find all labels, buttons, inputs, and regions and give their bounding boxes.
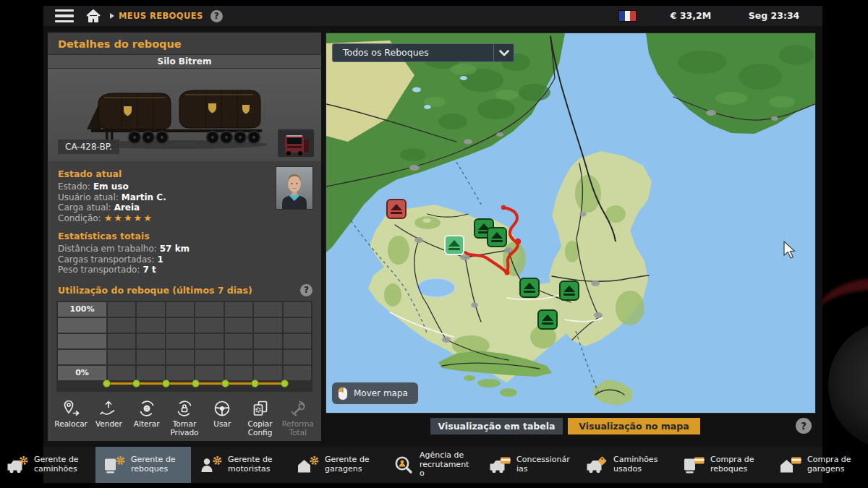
- current-state-title: Estado atual: [58, 168, 311, 179]
- map-canvas: [326, 33, 816, 414]
- tab-used-trucks[interactable]: Caminhões usados: [578, 447, 673, 483]
- tab-truck-manager[interactable]: Gerente de caminhões: [0, 447, 94, 483]
- tab-trailer-manager[interactable]: Gerente de reboques: [95, 447, 191, 483]
- copy-config-button[interactable]: Copiar Config: [241, 397, 278, 437]
- steering-wheel-icon: [212, 398, 232, 419]
- modify-gear-icon: [137, 398, 157, 419]
- overhaul-wrench-icon: [288, 398, 308, 419]
- lock-icon: [174, 398, 195, 419]
- trailer-name: Silo Bitrem: [48, 54, 321, 69]
- loads-label: Cargas transportadas:: [58, 254, 155, 265]
- tab-garage-purchase[interactable]: Compra de garagens: [772, 447, 867, 483]
- sell-button[interactable]: Alterar Vender: [90, 397, 127, 437]
- move-map-label: Mover mapa: [354, 388, 408, 398]
- filter-selected-value: Todos os Reboques: [333, 44, 493, 61]
- world-map[interactable]: Todos os Reboques Mover mapa: [326, 33, 816, 414]
- background-truck-scene: [822, 0, 868, 488]
- utilization-help-icon[interactable]: ?: [300, 284, 312, 296]
- utilization-point: [132, 380, 140, 388]
- utilization-point: [221, 380, 229, 388]
- user-value: Martin C.: [122, 192, 166, 202]
- used-truck-tag-icon: [584, 455, 608, 475]
- help-icon[interactable]: ?: [210, 10, 223, 22]
- utilization-point: [281, 380, 289, 388]
- trailer-purchase-card-icon: [681, 455, 705, 475]
- total-stats-section: Estatísticas totais Distância em trabalh…: [48, 223, 321, 275]
- trailer-image: CA-428-BP.: [48, 69, 321, 161]
- state-label: Estado:: [58, 181, 90, 192]
- home-icon[interactable]: [85, 9, 101, 23]
- tab-dealerships[interactable]: Concessionárias: [481, 447, 576, 483]
- assigned-truck-thumbnail: [278, 129, 314, 157]
- panel-title: Detalhes do reboque: [48, 33, 321, 54]
- condition-stars: ★★★★★: [104, 213, 153, 223]
- trailer-gear-icon: [102, 455, 126, 475]
- breadcrumb: MEUS REBOQUES: [119, 11, 203, 21]
- utilization-point: [251, 380, 259, 388]
- mouse-icon: [338, 387, 348, 401]
- garage-purchase-card-icon: [778, 455, 802, 475]
- management-tab-bar: Gerente de caminhões Gerente de reboques…: [43, 447, 822, 483]
- menu-hamburger-icon[interactable]: [55, 9, 74, 23]
- distance-value: 57 km: [160, 244, 190, 254]
- utilization-point: [192, 380, 200, 388]
- loads-value: 1: [158, 254, 163, 265]
- utilization-header: Utilização do reboque (últimos 7 dias) ?: [48, 275, 321, 301]
- cargo-label: Carga atual:: [58, 202, 111, 213]
- truck-gear-icon: [5, 455, 29, 475]
- utilization-point: [103, 380, 111, 388]
- copy-config-icon: [250, 398, 271, 419]
- trailer-marker-selected[interactable]: [445, 236, 464, 254]
- driver-gear-icon: [199, 455, 223, 475]
- trailer-marker-red[interactable]: [387, 200, 406, 218]
- trailer-marker-green[interactable]: [488, 228, 506, 247]
- trailer-marker-green[interactable]: [560, 281, 579, 300]
- player-money: € 33,2M: [651, 10, 731, 21]
- breadcrumb-arrow-icon: [110, 13, 114, 19]
- state-value: Em uso: [93, 181, 129, 192]
- tab-recruitment-agency[interactable]: Agência de recrutamento: [386, 447, 480, 483]
- recruitment-magnifier-icon: [393, 455, 414, 475]
- user-label: Usuário atual:: [58, 192, 119, 202]
- weight-value: 7 t: [142, 265, 156, 275]
- license-plate: CA-428-BP.: [58, 140, 119, 154]
- y-axis-max-label: 100%: [58, 302, 106, 317]
- game-clock: Seg 23:34: [734, 10, 814, 21]
- trailer-marker-green[interactable]: [538, 310, 557, 329]
- total-overhaul-button[interactable]: Reforma Total: [279, 397, 317, 437]
- trailer-filter-dropdown[interactable]: Todos os Reboques: [332, 43, 514, 62]
- cargo-value: Areia: [114, 202, 140, 213]
- tab-driver-manager[interactable]: Gerente de motoristas: [192, 447, 288, 483]
- chevron-down-icon: [493, 44, 514, 61]
- top-bar: MEUS REBOQUES ? € 33,2M Seg 23:34: [43, 6, 822, 26]
- utilization-chart: 100% 0%: [56, 301, 312, 392]
- sell-hand-icon: [98, 398, 119, 419]
- trailer-marker-green[interactable]: [520, 278, 539, 297]
- map-view-button[interactable]: Visualização no mapa: [568, 418, 700, 435]
- france-flag-icon: [618, 10, 637, 22]
- fleet-manager-window: MEUS REBOQUES ? € 33,2M Seg 23:34 Detalh…: [43, 6, 822, 483]
- tab-trailer-purchase[interactable]: Compra de reboques: [675, 447, 770, 483]
- use-button[interactable]: Usar: [203, 397, 241, 437]
- distance-label: Distância em trabalho:: [58, 244, 157, 254]
- garage-gear-icon: [296, 455, 320, 475]
- tab-garage-manager[interactable]: Gerente de garagens: [289, 447, 385, 483]
- modify-button[interactable]: Alterar: [128, 397, 166, 437]
- make-private-button[interactable]: Tornar Privado: [166, 397, 203, 437]
- y-axis-min-label: 0%: [58, 366, 106, 380]
- utilization-title: Utilização do reboque (últimos 7 dias): [58, 285, 252, 296]
- driver-portrait: [276, 167, 312, 209]
- weight-label: Peso transportado:: [58, 265, 140, 275]
- utilization-point: [162, 380, 170, 388]
- view-help-icon[interactable]: ?: [796, 418, 812, 434]
- condition-label: Condição:: [58, 213, 101, 223]
- total-stats-title: Estatísticas totais: [58, 231, 311, 241]
- relocate-pin-icon: [61, 398, 81, 419]
- dealership-truck-card-icon: [488, 455, 511, 475]
- relocate-button[interactable]: Realocar: [52, 397, 90, 437]
- table-view-button[interactable]: Visualização em tabela: [430, 418, 563, 435]
- trailer-actions: Realocar Alterar Vender Alterar: [52, 397, 317, 437]
- move-map-button[interactable]: Mover mapa: [332, 382, 418, 404]
- trailer-details-panel: Detalhes do reboque Silo Bitrem: [48, 33, 321, 441]
